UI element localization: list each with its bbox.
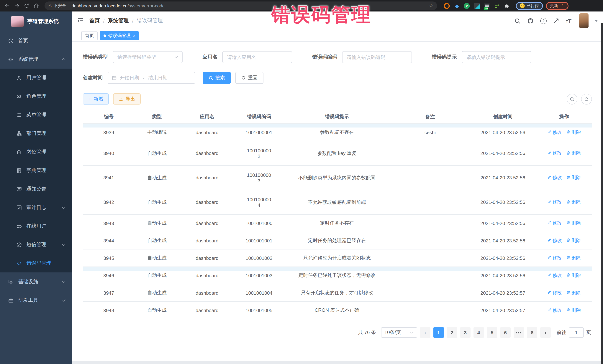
delete-link[interactable]: 删除 bbox=[566, 220, 581, 226]
browser-menu-icon[interactable]: ⋮ bbox=[561, 5, 564, 7]
sidebar-item-在线用户[interactable]: 在线用户 bbox=[0, 217, 72, 235]
cell-type: 自动生成 bbox=[135, 253, 179, 264]
back-icon[interactable] bbox=[4, 2, 10, 9]
edit-link[interactable]: 修改 bbox=[547, 255, 562, 261]
page-button-2[interactable]: 2 bbox=[447, 327, 457, 338]
github-icon[interactable] bbox=[527, 17, 534, 24]
tab-error-code[interactable]: 错误码管理 × bbox=[100, 31, 139, 40]
delete-link[interactable]: 删除 bbox=[566, 272, 581, 278]
code-text: 100100000 4 bbox=[247, 197, 271, 208]
prev-page-button[interactable]: ‹ bbox=[420, 327, 430, 338]
date-range-picker[interactable]: 开始日期 - 结束日期 bbox=[108, 72, 195, 84]
more-pages-icon[interactable]: ••• bbox=[514, 327, 524, 338]
page-button-8[interactable]: 8 bbox=[527, 327, 537, 338]
security-indicator[interactable]: ⚠ 不安全 bbox=[48, 3, 66, 9]
extensions-puzzle-icon[interactable] bbox=[504, 3, 510, 9]
page-button-3[interactable]: 3 bbox=[460, 327, 471, 338]
collapse-sidebar-icon[interactable] bbox=[77, 17, 84, 24]
sidebar-item-用户管理[interactable]: 用户管理 bbox=[0, 69, 72, 87]
extension-gem-icon[interactable]: ◆ bbox=[454, 3, 460, 9]
delete-link[interactable]: 删除 bbox=[566, 290, 581, 296]
help-icon[interactable]: ? bbox=[540, 18, 546, 24]
sidebar-item-字典管理[interactable]: 字典管理 bbox=[0, 161, 72, 180]
tab-home[interactable]: 首页 bbox=[81, 31, 98, 40]
reset-button[interactable]: 重置 bbox=[235, 72, 264, 84]
sidebar-item-短信管理[interactable]: 短信管理 bbox=[0, 235, 72, 254]
cell-remark bbox=[391, 221, 469, 225]
sidebar-item-通知公告[interactable]: 通知公告 bbox=[0, 180, 72, 198]
sidebar-item-系统管理[interactable]: 系统管理 bbox=[0, 50, 72, 69]
delete-link[interactable]: 删除 bbox=[566, 199, 581, 205]
delete-link[interactable]: 删除 bbox=[566, 150, 581, 156]
delete-link[interactable]: 删除 bbox=[566, 237, 581, 244]
app-name-input[interactable] bbox=[223, 52, 292, 63]
breadcrumb-home[interactable]: 首页 bbox=[89, 17, 100, 24]
search-button[interactable]: 搜索 bbox=[203, 72, 231, 84]
error-type-select[interactable]: 请选择错误码类型 bbox=[113, 51, 182, 63]
sidebar-item-菜单管理[interactable]: 菜单管理 bbox=[0, 106, 72, 124]
fullscreen-icon[interactable] bbox=[553, 17, 559, 24]
edit-link[interactable]: 修改 bbox=[547, 150, 562, 156]
error-code-input[interactable] bbox=[342, 52, 411, 63]
table-row: 3941自动生成dashboard100100000 3不能删除类型为系统内置的… bbox=[83, 166, 592, 190]
profile-paused-pill[interactable]: 已暂停 bbox=[516, 2, 543, 10]
search-icon[interactable] bbox=[514, 17, 521, 24]
extension-switch-icon[interactable]: on bbox=[484, 3, 490, 9]
page-size-select[interactable]: 10条/页 bbox=[381, 327, 417, 338]
goto-page-input[interactable] bbox=[569, 327, 584, 338]
browser-update-button[interactable]: 更新 ⋮ bbox=[546, 2, 568, 10]
window-right-edge bbox=[601, 23, 603, 364]
sidebar-item-基础设施[interactable]: 基础设施 bbox=[0, 272, 72, 291]
font-size-icon[interactable]: TT bbox=[566, 18, 571, 23]
chevron-down-icon bbox=[62, 279, 66, 283]
edit-link[interactable]: 修改 bbox=[547, 129, 562, 135]
add-button[interactable]: + 新增 bbox=[83, 93, 109, 105]
reload-icon[interactable] bbox=[23, 2, 30, 9]
chevron-down-icon[interactable] bbox=[595, 20, 598, 23]
code-text: 100100000 3 bbox=[247, 172, 271, 183]
extension-grid-icon[interactable] bbox=[474, 3, 480, 9]
toggle-search-button[interactable] bbox=[567, 94, 577, 104]
gear-icon bbox=[8, 56, 14, 62]
sidebar-item-部门管理[interactable]: 部门管理 bbox=[0, 124, 72, 143]
bookmark-star-icon[interactable]: ☆ bbox=[429, 3, 433, 9]
error-message-input[interactable] bbox=[462, 52, 531, 63]
edit-link[interactable]: 修改 bbox=[547, 199, 562, 205]
export-button[interactable]: 导出 bbox=[113, 93, 141, 105]
delete-link[interactable]: 删除 bbox=[566, 255, 581, 261]
close-icon[interactable]: × bbox=[133, 33, 135, 38]
address-bar[interactable]: ⚠ 不安全 dashboard.yudao.iocoder.cn/system/… bbox=[45, 1, 437, 10]
edit-link[interactable]: 修改 bbox=[547, 307, 562, 313]
edit-link[interactable]: 修改 bbox=[547, 237, 562, 244]
sidebar-item-研发工具[interactable]: 研发工具 bbox=[0, 291, 72, 309]
delete-link[interactable]: 删除 bbox=[566, 129, 581, 135]
sidebar-item-错误码管理[interactable]: 错误码管理 bbox=[0, 254, 72, 272]
delete-link[interactable]: 删除 bbox=[566, 307, 581, 313]
user-avatar[interactable] bbox=[579, 13, 589, 28]
sidebar-item-岗位管理[interactable]: 岗位管理 bbox=[0, 143, 72, 161]
edit-link[interactable]: 修改 bbox=[547, 220, 562, 226]
sidebar-item-角色管理[interactable]: 角色管理 bbox=[0, 87, 72, 106]
edit-link[interactable]: 修改 bbox=[547, 290, 562, 296]
forward-icon[interactable] bbox=[13, 2, 20, 9]
home-icon[interactable] bbox=[33, 2, 39, 9]
delete-link[interactable]: 删除 bbox=[566, 175, 581, 181]
breadcrumb-system[interactable]: 系统管理 bbox=[108, 17, 129, 24]
extension-ubiquity-icon[interactable] bbox=[444, 3, 450, 9]
sidebar-item-首页[interactable]: 首页 bbox=[0, 32, 72, 50]
page-button-4[interactable]: 4 bbox=[474, 327, 484, 338]
extension-key-icon[interactable] bbox=[494, 3, 500, 9]
extension-v2ex-icon[interactable]: V bbox=[464, 3, 470, 9]
page-button-5[interactable]: 5 bbox=[487, 327, 497, 338]
next-page-button[interactable]: › bbox=[540, 327, 551, 338]
select-placeholder: 请选择错误码类型 bbox=[117, 54, 156, 60]
edit-label: 修改 bbox=[553, 272, 562, 278]
refresh-button[interactable] bbox=[581, 94, 592, 104]
sidebar-item-审计日志[interactable]: 审计日志 bbox=[0, 198, 72, 217]
page-button-1[interactable]: 1 bbox=[433, 327, 444, 338]
app-logo-row[interactable]: 芋道管理系统 bbox=[0, 11, 72, 32]
page-button-6[interactable]: 6 bbox=[500, 327, 510, 338]
edit-link[interactable]: 修改 bbox=[547, 272, 562, 278]
cell-code: 1001001004 bbox=[235, 288, 283, 298]
edit-link[interactable]: 修改 bbox=[547, 175, 562, 181]
